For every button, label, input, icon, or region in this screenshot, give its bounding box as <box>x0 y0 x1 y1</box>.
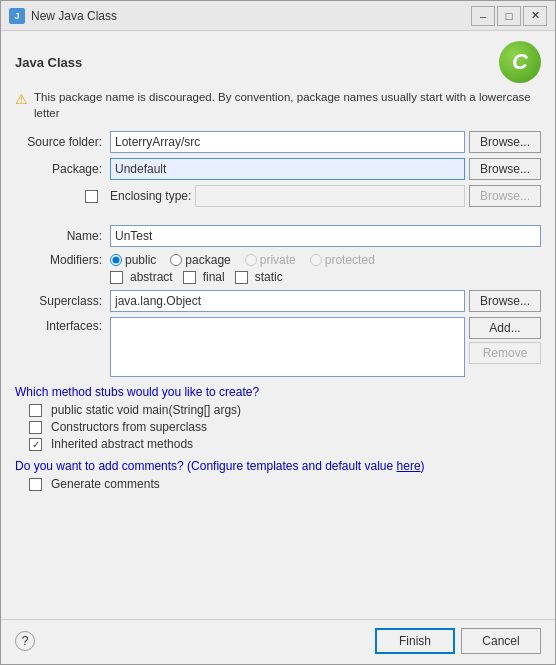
close-button[interactable]: ✕ <box>523 6 547 26</box>
modifier-private-radio <box>245 254 257 266</box>
modifier-private-label: private <box>260 253 296 267</box>
window-title: New Java Class <box>31 9 471 23</box>
help-icon-text: ? <box>22 634 29 648</box>
static-checkbox[interactable] <box>235 271 248 284</box>
new-java-class-dialog: J New Java Class – □ ✕ Java Class C ⚠ Th… <box>0 0 556 665</box>
abstract-option[interactable]: abstract <box>110 270 173 284</box>
modifiers-row: Modifiers: public package private protec… <box>15 253 541 267</box>
warning-icon: ⚠ <box>15 90 28 110</box>
window-icon: J <box>9 8 25 24</box>
maximize-button[interactable]: □ <box>497 6 521 26</box>
enclosing-type-label: Enclosing type: <box>110 189 195 203</box>
comments-items: Generate comments <box>29 477 541 491</box>
enclosing-checkbox[interactable] <box>85 190 98 203</box>
interfaces-remove-button: Remove <box>469 342 541 364</box>
cancel-button[interactable]: Cancel <box>461 628 541 654</box>
modifiers-radio-group: public package private protected <box>110 253 375 267</box>
modifier-protected-radio <box>310 254 322 266</box>
generate-comments-label: Generate comments <box>51 477 160 491</box>
warning-text: This package name is discouraged. By con… <box>34 89 541 121</box>
source-folder-row: Source folder: Browse... <box>15 131 541 153</box>
package-label: Package: <box>15 162 110 176</box>
comments-section: Do you want to add comments? (Configure … <box>15 459 541 491</box>
interfaces-label: Interfaces: <box>15 317 110 333</box>
interfaces-buttons: Add... Remove <box>469 317 541 364</box>
interfaces-add-button[interactable]: Add... <box>469 317 541 339</box>
stub-main-checkbox[interactable] <box>29 404 42 417</box>
stub-constructors-option[interactable]: Constructors from superclass <box>29 420 541 434</box>
modifier-protected-option[interactable]: protected <box>310 253 375 267</box>
enclosing-browse-button: Browse... <box>469 185 541 207</box>
modifier-package-option[interactable]: package <box>170 253 230 267</box>
generate-comments-checkbox[interactable] <box>29 478 42 491</box>
static-label: static <box>255 270 283 284</box>
stub-constructors-checkbox[interactable] <box>29 421 42 434</box>
footer-bar: ? Finish Cancel <box>1 619 555 664</box>
superclass-row: Superclass: Browse... <box>15 290 541 312</box>
package-row: Package: Browse... <box>15 158 541 180</box>
footer-buttons: Finish Cancel <box>375 628 541 654</box>
section-title: Java Class <box>15 55 82 70</box>
stub-main-option[interactable]: public static void main(String[] args) <box>29 403 541 417</box>
stub-main-label: public static void main(String[] args) <box>51 403 241 417</box>
package-browse-button[interactable]: Browse... <box>469 158 541 180</box>
modifier-checks-row: abstract final static <box>110 270 541 284</box>
superclass-browse-button[interactable]: Browse... <box>469 290 541 312</box>
comments-question: Do you want to add comments? (Configure … <box>15 459 541 473</box>
static-option[interactable]: static <box>235 270 283 284</box>
modifier-protected-label: protected <box>325 253 375 267</box>
stub-inherited-option[interactable]: ✓ Inherited abstract methods <box>29 437 541 451</box>
abstract-checkbox[interactable] <box>110 271 123 284</box>
java-logo: C <box>499 41 541 83</box>
name-input[interactable] <box>110 225 541 247</box>
enclosing-type-input[interactable] <box>195 185 465 207</box>
dialog-content: Java Class C ⚠ This package name is disc… <box>1 31 555 619</box>
stubs-items: public static void main(String[] args) C… <box>29 403 541 451</box>
source-folder-input[interactable] <box>110 131 465 153</box>
comments-link[interactable]: here <box>397 459 421 473</box>
enclosing-type-row: Enclosing type: Browse... <box>15 185 541 207</box>
modifier-public-radio[interactable] <box>110 254 122 266</box>
comments-question-pre: Do you want to add comments? (Configure … <box>15 459 397 473</box>
abstract-label: abstract <box>130 270 173 284</box>
modifier-private-option[interactable]: private <box>245 253 296 267</box>
stubs-question: Which method stubs would you like to cre… <box>15 385 541 399</box>
stub-constructors-label: Constructors from superclass <box>51 420 207 434</box>
stub-inherited-checkbox[interactable]: ✓ <box>29 438 42 451</box>
window-controls: – □ ✕ <box>471 6 547 26</box>
interfaces-list <box>110 317 465 377</box>
interfaces-section: Interfaces: Add... Remove <box>15 317 541 377</box>
minimize-button[interactable]: – <box>471 6 495 26</box>
modifier-public-label: public <box>125 253 156 267</box>
comments-question-post: ) <box>421 459 425 473</box>
finish-button[interactable]: Finish <box>375 628 455 654</box>
source-folder-label: Source folder: <box>15 135 110 149</box>
name-label: Name: <box>15 229 110 243</box>
final-checkbox[interactable] <box>183 271 196 284</box>
name-row: Name: <box>15 225 541 247</box>
modifier-public-option[interactable]: public <box>110 253 156 267</box>
warning-box: ⚠ This package name is discouraged. By c… <box>15 89 541 121</box>
help-button[interactable]: ? <box>15 631 35 651</box>
superclass-label: Superclass: <box>15 294 110 308</box>
modifier-package-radio[interactable] <box>170 254 182 266</box>
enclosing-spacer <box>15 190 110 203</box>
source-folder-browse-button[interactable]: Browse... <box>469 131 541 153</box>
final-label: final <box>203 270 225 284</box>
generate-comments-option[interactable]: Generate comments <box>29 477 541 491</box>
superclass-input[interactable] <box>110 290 465 312</box>
stub-inherited-label: Inherited abstract methods <box>51 437 193 451</box>
section-header: Java Class C <box>15 41 541 83</box>
final-option[interactable]: final <box>183 270 225 284</box>
package-input[interactable] <box>110 158 465 180</box>
stubs-section: Which method stubs would you like to cre… <box>15 385 541 451</box>
title-bar: J New Java Class – □ ✕ <box>1 1 555 31</box>
modifiers-label: Modifiers: <box>15 253 110 267</box>
modifier-package-label: package <box>185 253 230 267</box>
